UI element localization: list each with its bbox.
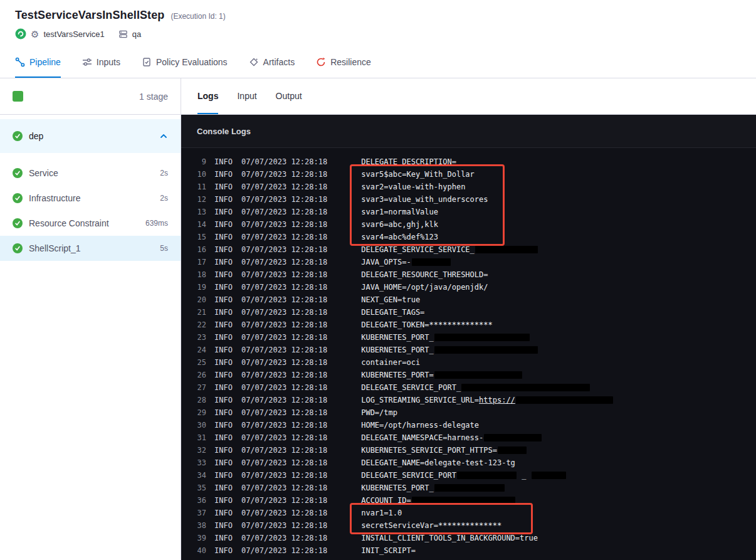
log-row: 10INFO07/07/2023 12:28:18svar5$abc=Key_W… (190, 168, 756, 181)
step-name: Infrastructure (29, 193, 80, 203)
step-item-shellscript-1[interactable]: ShellScript_1 5s (0, 236, 181, 261)
log-row: 24INFO07/07/2023 12:28:18KUBERNETES_PORT… (190, 344, 756, 356)
service-name[interactable]: testVarsService1 (43, 29, 104, 39)
redacted-bar (516, 396, 613, 404)
log-row: 22INFO07/07/2023 12:28:18DELEGATE_TOKEN=… (190, 319, 756, 331)
log-list[interactable]: 9INFO07/07/2023 12:28:18DELEGATE_DESCRIP… (181, 148, 756, 560)
sliders-icon (82, 57, 92, 67)
log-row: 36INFO07/07/2023 12:28:18ACCOUNT_ID= (190, 494, 756, 507)
log-row: 19INFO07/07/2023 12:28:18JAVA_HOME=/opt/… (190, 281, 756, 293)
log-row: 11INFO07/07/2023 12:28:18svar2=value-wit… (190, 181, 756, 193)
log-row: 25INFO07/07/2023 12:28:18container=oci (190, 356, 756, 369)
step-item-service[interactable]: Service 2s (0, 161, 181, 186)
log-row: 37INFO07/07/2023 12:28:18nvar1=1.0 (190, 507, 756, 519)
redacted-bar (412, 497, 515, 504)
log-row: 29INFO07/07/2023 12:28:18PWD=/tmp (190, 406, 756, 419)
success-check-icon (13, 168, 23, 178)
redacted-bar (434, 484, 505, 492)
step-detail-tabs: Logs Input Output (181, 78, 756, 115)
execution-nav: Pipeline Inputs Policy Evaluations Artif… (0, 48, 756, 78)
log-row: 35INFO07/07/2023 12:28:18KUBERNETES_PORT… (190, 482, 756, 494)
log-row: 26INFO07/07/2023 12:28:18KUBERNETES_PORT… (190, 369, 756, 381)
tab-resilience[interactable]: Resilience (316, 48, 371, 78)
resilience-icon (316, 57, 326, 67)
log-row: 32INFO07/07/2023 12:28:18KUBERNETES_SERV… (190, 444, 756, 457)
tab-artifacts[interactable]: Artifacts (249, 48, 295, 78)
log-row: 23INFO07/07/2023 12:28:18KUBERNETES_PORT… (190, 331, 756, 344)
tab-artifacts-label: Artifacts (263, 57, 295, 67)
stage-count: 1 stage (139, 92, 168, 102)
tab-logs-label: Logs (197, 91, 218, 101)
stage-summary: 1 stage (0, 78, 181, 115)
redacted-bar (498, 446, 527, 454)
console-title: Console Logs (197, 127, 251, 136)
log-row: 39INFO07/07/2023 12:28:18INSTALL_CLIENT_… (190, 532, 756, 544)
step-item-infrastructure[interactable]: Infrastructure 2s (0, 186, 181, 211)
log-row: 9INFO07/07/2023 12:28:18DELEGATE_DESCRIP… (190, 156, 756, 168)
log-row: 40INFO07/07/2023 12:28:18INIT_SCRIPT= (190, 544, 756, 557)
redacted-bar (475, 246, 538, 253)
step-name: Service (29, 168, 58, 178)
tab-output-label: Output (276, 91, 302, 101)
log-row: 14INFO07/07/2023 12:28:18svar6=abc,ghj,k… (190, 218, 756, 231)
redacted-bar (434, 346, 538, 354)
console-header[interactable]: Console Logs (181, 115, 756, 148)
step-details-panel: Logs Input Output Console Logs 9INFO07/0… (181, 78, 756, 560)
environment-name[interactable]: qa (132, 29, 141, 39)
success-check-icon (13, 243, 23, 253)
log-row: 18INFO07/07/2023 12:28:18DELEGATE_RESOUR… (190, 268, 756, 281)
artifacts-icon (249, 57, 259, 67)
execution-header: TestServiceVarsInShellStep (Execution Id… (0, 0, 756, 48)
stage-name: dep (29, 131, 43, 141)
chevron-up-icon[interactable] (159, 132, 168, 140)
success-check-icon (13, 193, 23, 203)
log-row: 16INFO07/07/2023 12:28:18DELEGATE_SERVIC… (190, 243, 756, 256)
tab-input[interactable]: Input (237, 78, 256, 114)
log-row: 17INFO07/07/2023 12:28:18JAVA_OPTS=- (190, 256, 756, 268)
tab-inputs-label: Inputs (97, 57, 120, 67)
service-icon (15, 28, 26, 40)
tab-inputs[interactable]: Inputs (82, 48, 120, 78)
gear-icon: ⚙ (31, 29, 39, 39)
redacted-bar (412, 258, 451, 266)
tab-policy-evaluations[interactable]: Policy Evaluations (142, 48, 228, 78)
pipeline-icon (15, 57, 25, 67)
log-row: 12INFO07/07/2023 12:28:18svar3=value_wit… (190, 193, 756, 206)
tab-resilience-label: Resilience (330, 57, 371, 67)
redacted-bar (457, 472, 517, 479)
log-row: 27INFO07/07/2023 12:28:18DELEGATE_SERVIC… (190, 381, 756, 394)
execution-sidebar: 1 stage dep Service 2s Infrastructure 2s (0, 78, 181, 560)
log-row: 20INFO07/07/2023 12:28:18NEXT_GEN=true (190, 293, 756, 306)
policy-check-icon (142, 57, 152, 67)
log-row: 15INFO07/07/2023 12:28:18svar4=abc%def%1… (190, 231, 756, 243)
environment-icon (118, 29, 128, 39)
stage-status-square (13, 91, 23, 102)
tab-output[interactable]: Output (276, 78, 302, 114)
stage-item-dep[interactable]: dep (0, 119, 181, 153)
tab-logs[interactable]: Logs (197, 78, 218, 114)
tab-pipeline-label: Pipeline (29, 57, 61, 67)
step-duration: 639ms (145, 219, 168, 228)
console-panel: Console Logs 9INFO07/07/2023 12:28:18DEL… (181, 115, 756, 560)
log-row: 34INFO07/07/2023 12:28:18DELEGATE_SERVIC… (190, 469, 756, 482)
redacted-bar (532, 472, 566, 479)
log-link[interactable]: https:// (479, 396, 515, 404)
step-duration: 2s (160, 169, 168, 177)
redacted-bar (484, 434, 542, 441)
redacted-bar (434, 371, 522, 379)
redacted-bar (434, 334, 530, 341)
step-item-resource-constraint[interactable]: Resource Constraint 639ms (0, 211, 181, 236)
step-duration: 5s (160, 244, 168, 253)
tab-policy-label: Policy Evaluations (156, 57, 228, 67)
log-row: 30INFO07/07/2023 12:28:18HOME=/opt/harne… (190, 419, 756, 431)
log-row: 38INFO07/07/2023 12:28:18secretServiceVa… (190, 519, 756, 532)
tab-input-label: Input (237, 91, 256, 101)
log-row: 21INFO07/07/2023 12:28:18DELEGATE_TAGS= (190, 306, 756, 319)
execution-id: (Execution Id: 1) (171, 12, 225, 21)
log-row: 31INFO07/07/2023 12:28:18DELEGATE_NAMESP… (190, 431, 756, 444)
step-duration: 2s (160, 194, 168, 203)
tab-pipeline[interactable]: Pipeline (15, 48, 61, 78)
page-title: TestServiceVarsInShellStep (15, 9, 164, 22)
step-name: Resource Constraint (29, 218, 109, 228)
log-row: 13INFO07/07/2023 12:28:18svar1=normalVal… (190, 206, 756, 218)
